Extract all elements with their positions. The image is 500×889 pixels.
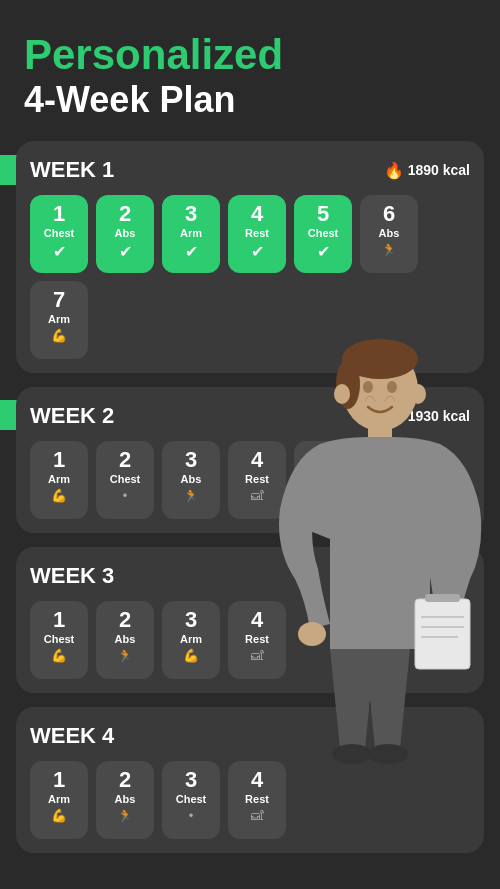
- workout-icon: •: [123, 488, 128, 503]
- day-item-w1-d5[interactable]: 5Chest✔: [294, 195, 352, 273]
- day-label: Rest: [245, 633, 269, 645]
- workout-icon: 💪: [51, 488, 67, 503]
- day-label: Arm: [48, 473, 70, 485]
- checkmark-icon: ✔: [119, 242, 132, 261]
- day-item-w3-d3[interactable]: 3Arm💪: [162, 601, 220, 679]
- day-label: Abs: [115, 793, 136, 805]
- checkmark-icon: ✔: [185, 242, 198, 261]
- workout-icon: 💪: [183, 648, 199, 663]
- day-label: Chest: [44, 227, 75, 239]
- day-number: 6: [383, 203, 395, 225]
- day-number: 1: [53, 449, 65, 471]
- day-item-w2-d4[interactable]: 4Rest🛋: [228, 441, 286, 519]
- day-label: Chest: [44, 633, 75, 645]
- week-card-3: WEEK 31Chest💪2Abs🏃3Arm💪4Rest🛋: [16, 547, 484, 693]
- weeks-container: WEEK 1🔥1890 kcal1Chest✔2Abs✔3Arm✔4Rest✔5…: [0, 141, 500, 873]
- day-item-w2-d3[interactable]: 3Abs🏃: [162, 441, 220, 519]
- day-label: Abs: [115, 227, 136, 239]
- day-number: 2: [119, 609, 131, 631]
- kcal-badge-2: 🔥1930 kcal: [384, 407, 470, 426]
- days-row-3: 1Chest💪2Abs🏃3Arm💪4Rest🛋: [30, 601, 470, 679]
- week-title-4: WEEK 4: [30, 723, 114, 749]
- title-plan: 4-Week Plan: [24, 78, 476, 121]
- checkmark-icon: ✔: [251, 242, 264, 261]
- day-number: 1: [53, 203, 65, 225]
- workout-icon: •: [189, 808, 194, 823]
- day-label: Chest: [308, 227, 339, 239]
- day-number: 3: [185, 203, 197, 225]
- workout-icon: 💪: [51, 808, 67, 823]
- day-item-w1-d6[interactable]: 6Abs🏃: [360, 195, 418, 273]
- workout-icon: 🛋: [251, 648, 264, 663]
- day-item-w1-d3[interactable]: 3Arm✔: [162, 195, 220, 273]
- day-label: Arm: [180, 633, 202, 645]
- workout-icon: 💪: [51, 648, 67, 663]
- day-item-w4-d2[interactable]: 2Abs🏃: [96, 761, 154, 839]
- workout-icon: 🏃: [381, 242, 397, 257]
- day-item-w1-d2[interactable]: 2Abs✔: [96, 195, 154, 273]
- day-number: 3: [185, 449, 197, 471]
- day-label: Chest: [308, 473, 339, 485]
- flame-icon: 🔥: [384, 161, 404, 180]
- day-number: 7: [53, 289, 65, 311]
- workout-icon: •: [321, 488, 326, 503]
- workout-icon: 🏃: [183, 488, 199, 503]
- day-item-w4-d4[interactable]: 4Rest🛋: [228, 761, 286, 839]
- day-item-w4-d3[interactable]: 3Chest•: [162, 761, 220, 839]
- day-item-w1-d1[interactable]: 1Chest✔: [30, 195, 88, 273]
- day-number: 4: [251, 769, 263, 791]
- day-number: 1: [53, 609, 65, 631]
- day-item-w3-d1[interactable]: 1Chest💪: [30, 601, 88, 679]
- kcal-value: 1890 kcal: [408, 162, 470, 178]
- day-item-w3-d4[interactable]: 4Rest🛋: [228, 601, 286, 679]
- day-label: Arm: [48, 313, 70, 325]
- day-label: Rest: [245, 227, 269, 239]
- day-number: 2: [119, 449, 131, 471]
- week-card-2: WEEK 2🔥1930 kcal1Arm💪2Chest•3Abs🏃4Rest🛋5…: [16, 387, 484, 533]
- page-header: Personalized 4-Week Plan: [0, 0, 500, 141]
- week-title-3: WEEK 3: [30, 563, 114, 589]
- day-item-w2-d5[interactable]: 5Chest•: [294, 441, 352, 519]
- day-label: Arm: [48, 793, 70, 805]
- day-label: Abs: [379, 227, 400, 239]
- days-row-1: 1Chest✔2Abs✔3Arm✔4Rest✔5Chest✔6Abs🏃7Arm💪: [30, 195, 470, 359]
- day-number: 2: [119, 203, 131, 225]
- kcal-badge-1: 🔥1890 kcal: [384, 161, 470, 180]
- week-title-2: WEEK 2: [30, 403, 114, 429]
- day-item-w3-d2[interactable]: 2Abs🏃: [96, 601, 154, 679]
- week-title-1: WEEK 1: [30, 157, 114, 183]
- workout-icon: 🛋: [251, 488, 264, 503]
- day-item-w2-d1[interactable]: 1Arm💪: [30, 441, 88, 519]
- day-number: 3: [185, 769, 197, 791]
- day-label: Chest: [176, 793, 207, 805]
- checkmark-icon: ✔: [317, 242, 330, 261]
- workout-icon: 🏃: [117, 808, 133, 823]
- kcal-value: 1930 kcal: [408, 408, 470, 424]
- day-label: Chest: [110, 473, 141, 485]
- day-label: Abs: [181, 473, 202, 485]
- day-number: 5: [317, 203, 329, 225]
- week-card-4: WEEK 41Arm💪2Abs🏃3Chest•4Rest🛋: [16, 707, 484, 853]
- title-personalized: Personalized: [24, 32, 476, 78]
- day-number: 1: [53, 769, 65, 791]
- day-number: 5: [317, 449, 329, 471]
- workout-icon: 🛋: [251, 808, 264, 823]
- day-number: 4: [251, 609, 263, 631]
- days-row-4: 1Arm💪2Abs🏃3Chest•4Rest🛋: [30, 761, 470, 839]
- day-label: Rest: [245, 793, 269, 805]
- day-item-w2-d2[interactable]: 2Chest•: [96, 441, 154, 519]
- day-label: Arm: [180, 227, 202, 239]
- day-item-w1-d4[interactable]: 4Rest✔: [228, 195, 286, 273]
- week-card-1: WEEK 1🔥1890 kcal1Chest✔2Abs✔3Arm✔4Rest✔5…: [16, 141, 484, 373]
- day-number: 3: [185, 609, 197, 631]
- day-label: Rest: [245, 473, 269, 485]
- day-item-w1-d7[interactable]: 7Arm💪: [30, 281, 88, 359]
- day-item-w4-d1[interactable]: 1Arm💪: [30, 761, 88, 839]
- day-label: Abs: [115, 633, 136, 645]
- workout-icon: 💪: [51, 328, 67, 343]
- workout-icon: 🏃: [117, 648, 133, 663]
- day-number: 2: [119, 769, 131, 791]
- checkmark-icon: ✔: [53, 242, 66, 261]
- flame-icon: 🔥: [384, 407, 404, 426]
- day-number: 4: [251, 203, 263, 225]
